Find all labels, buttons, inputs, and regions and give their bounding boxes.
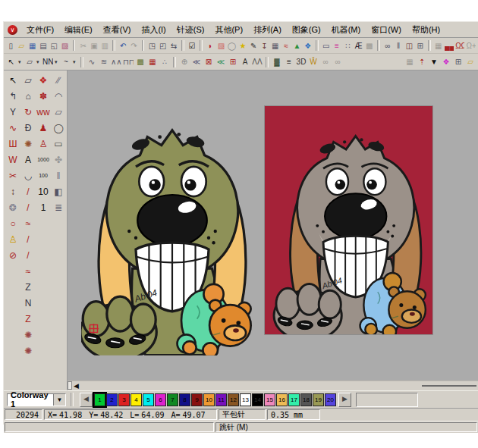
pattern-brain-tool[interactable]: ✺ [20, 136, 36, 152]
motif-leaf-tool[interactable]: ✤ [51, 152, 66, 168]
paste-icon[interactable]: ▥ [99, 39, 110, 52]
colorway-select[interactable]: Colorway 1 ▼ [7, 393, 66, 406]
figure-color-tool[interactable]: ♙ [5, 232, 20, 247]
input-nn-tool[interactable]: NN [42, 55, 54, 68]
photo-stitch-icon[interactable]: ΛΛ [251, 55, 263, 68]
frame-gray-icon[interactable]: ▦ [433, 39, 444, 52]
menu-item[interactable]: 编辑(E) [59, 23, 98, 37]
menu-item[interactable]: 插入(I) [136, 23, 171, 37]
chevron-down-icon[interactable]: ▼ [53, 394, 65, 406]
rectangle-tool[interactable]: ▭ [51, 136, 66, 152]
menu-item[interactable]: 窗口(W) [366, 23, 407, 37]
arc-tool[interactable]: ◠ [51, 89, 66, 104]
menu-item[interactable]: 查看(V) [98, 23, 137, 37]
mannequin-tool[interactable]: ♟ [36, 121, 51, 136]
n1000-tool[interactable]: 1000 [36, 152, 51, 168]
n1-tool[interactable]: 1 [36, 200, 51, 215]
rotate-tool[interactable]: ↻ [20, 105, 36, 120]
list-tool[interactable]: ≣ [51, 200, 66, 215]
reshape-node-tool[interactable]: ▱ [24, 55, 36, 68]
design-check-icon[interactable]: ☑ [187, 39, 197, 52]
chain-link-icon[interactable]: ∞ [382, 39, 393, 52]
color-swatch[interactable]: 7 [167, 393, 178, 406]
stitch-red-icon[interactable]: ◗ [205, 39, 215, 52]
color-swatch[interactable]: 15 [264, 393, 275, 406]
applique-icon[interactable]: A [239, 55, 251, 68]
chevron-down-icon[interactable]: ▾ [18, 59, 21, 65]
zigzag-stitch-icon[interactable]: ∧∧ [110, 55, 122, 68]
lettering-tool[interactable]: A [20, 152, 36, 168]
color-swatch[interactable]: 5 [143, 393, 154, 406]
picture-icon[interactable]: ▭ [321, 39, 332, 52]
fan-tool[interactable]: ❂ [5, 200, 20, 215]
import-artwork-icon[interactable]: ▱ [464, 55, 476, 68]
reference-image[interactable] [265, 106, 432, 334]
motif-fill-icon[interactable]: ∴ [159, 55, 171, 68]
menu-item[interactable]: 机器(M) [326, 23, 366, 37]
invert-tool[interactable]: ◧ [51, 184, 66, 199]
n-tool[interactable]: N [20, 296, 36, 311]
figure-tool[interactable]: ♙ [36, 136, 51, 152]
frame-icon[interactable]: ▦ [404, 55, 416, 68]
needle-thread-icon[interactable]: ↧ [259, 39, 269, 52]
weave-fill-icon[interactable]: ⊠ [203, 55, 215, 68]
checker-fill-icon[interactable]: ▓ [271, 55, 283, 68]
swirl-tool[interactable]: Ð [20, 121, 36, 136]
freehand-tool[interactable]: ↰ [5, 89, 20, 104]
menu-item[interactable]: 文件(F) [21, 23, 59, 37]
embroidery-design[interactable] [81, 104, 263, 359]
n100-tool[interactable]: 100 [36, 168, 51, 183]
3d-view-icon[interactable]: 3D [295, 55, 307, 68]
ellipse-tool[interactable]: ◯ [51, 121, 66, 136]
crown-warp-icon[interactable]: Ŵ [307, 55, 319, 68]
run-c-tool[interactable]: / [20, 232, 36, 247]
color-swatch[interactable]: 13 [240, 393, 251, 406]
pattern-fill-icon[interactable]: ▩ [134, 55, 146, 68]
menu-item[interactable]: 图象(G) [287, 23, 326, 37]
lettering-icon[interactable]: Æ [353, 39, 363, 52]
landscape-icon[interactable]: ▲ [291, 39, 302, 52]
color-swatch[interactable]: 2 [106, 393, 118, 406]
star-icon[interactable]: ★ [237, 39, 248, 52]
column-tool[interactable]: Ш [5, 136, 20, 152]
color-swatch[interactable]: 9 [191, 393, 203, 406]
n10-tool[interactable]: 10 [36, 184, 51, 199]
color-swatch[interactable]: 14 [252, 393, 263, 406]
color-bars-icon[interactable]: ≡ [332, 39, 342, 52]
stitch-edit-tool[interactable]: ∿ [5, 121, 20, 136]
color-swatch[interactable]: 11 [215, 393, 227, 406]
save-icon[interactable]: ▦ [27, 39, 38, 52]
color-swatch[interactable]: 8 [179, 393, 190, 406]
width-run-tool[interactable]: W [5, 152, 20, 168]
rotate-select-icon[interactable]: ◰ [158, 39, 168, 52]
small-flower-tool[interactable]: ✽ [36, 89, 51, 104]
zigzag-a-tool[interactable]: ≈ [20, 216, 36, 231]
needle-length-tool[interactable]: ↕ [5, 184, 20, 199]
print-icon[interactable]: ▤ [38, 39, 49, 52]
tatami-fill-icon[interactable]: ▦ [146, 55, 159, 68]
waves-icon[interactable]: ≈ [281, 39, 291, 52]
print-preview-icon[interactable]: ◱ [49, 39, 59, 52]
grid-icon[interactable]: ▦ [270, 39, 281, 52]
color-swatch[interactable]: 12 [228, 393, 239, 406]
run-d-tool[interactable]: / [20, 248, 36, 263]
fan-fill-icon[interactable]: ≪ [215, 55, 227, 68]
copy-icon[interactable]: ▣ [89, 39, 99, 52]
scroll-left-icon[interactable]: ◀ [74, 381, 79, 390]
settings-grid-icon[interactable]: ⊞ [452, 55, 464, 68]
reshape-tool[interactable]: ▱ [20, 73, 36, 88]
gear-pair-tool[interactable]: ✺ [20, 327, 36, 343]
mirror-icon[interactable]: ⇆ [168, 39, 179, 52]
column-pair-tool[interactable]: ‖ [51, 168, 66, 183]
input-nn-tool[interactable]: NN▾ [42, 55, 60, 68]
run-stitch-icon[interactable]: ∿ [86, 55, 98, 68]
chevron-down-icon[interactable]: ▾ [36, 59, 39, 65]
color-swatch[interactable]: 20 [325, 393, 336, 406]
reshape-node-tool[interactable]: ▱▾ [24, 55, 42, 68]
barrel-icon[interactable]: ‖ [393, 39, 404, 52]
color-swatch[interactable]: 4 [131, 393, 142, 406]
offset-fill-icon[interactable]: ⊕ [178, 55, 190, 68]
pointer-tool[interactable]: ↖ [5, 73, 20, 88]
menu-item[interactable]: 帮助(H) [407, 23, 445, 37]
design-canvas[interactable]: Ab'04 [68, 70, 478, 381]
